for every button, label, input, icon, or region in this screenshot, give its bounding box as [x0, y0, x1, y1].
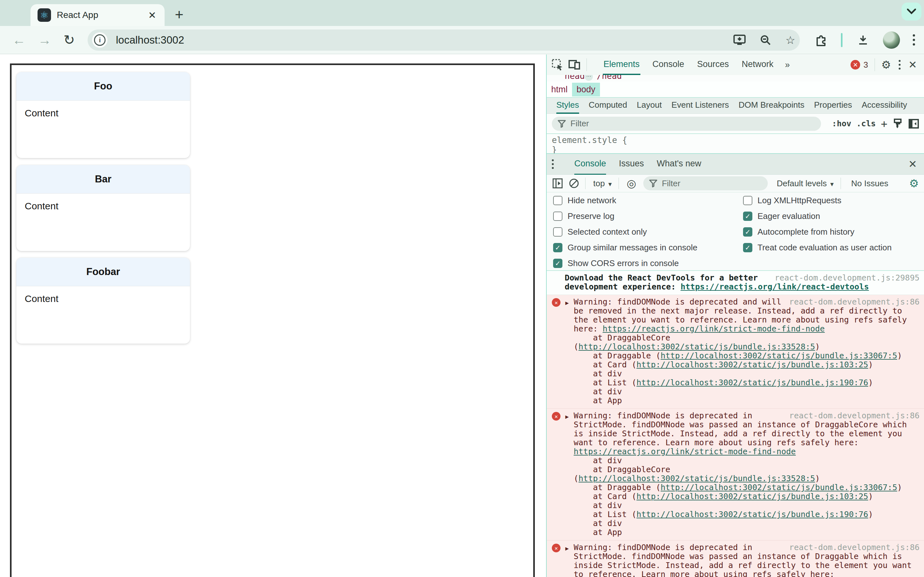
- more-tabs-icon[interactable]: »: [785, 60, 790, 70]
- extensions-icon[interactable]: [814, 34, 827, 46]
- stack-frame-link[interactable]: http://localhost:3002/static/js/bundle.j…: [636, 360, 868, 369]
- tab-elements[interactable]: Elements: [603, 55, 640, 75]
- downloads-icon[interactable]: [857, 34, 869, 46]
- stack-trace: at DraggableCore (http://localhost:3002/…: [573, 334, 919, 405]
- checkbox-checked[interactable]: ✓: [743, 227, 752, 237]
- checkbox-unchecked[interactable]: [743, 196, 752, 205]
- console-message[interactable]: react-dom.development.js:29895Download t…: [547, 271, 924, 295]
- checkbox-checked[interactable]: ✓: [743, 243, 752, 252]
- card-foo[interactable]: FooContent: [16, 72, 190, 158]
- message-source-link[interactable]: react-dom.development.js:86: [789, 543, 919, 552]
- console-sidebar-toggle-icon[interactable]: [552, 178, 563, 189]
- subtab-computed[interactable]: Computed: [589, 98, 627, 114]
- expand-caret-icon[interactable]: ▶: [565, 412, 569, 421]
- brush-icon[interactable]: [893, 119, 903, 129]
- stack-frame-link[interactable]: http://localhost:3002/static/js/bundle.j…: [578, 474, 815, 483]
- stack-frame-link[interactable]: http://localhost:3002/static/js/bundle.j…: [636, 510, 868, 519]
- message-source-link[interactable]: react-dom.development.js:86: [789, 298, 919, 306]
- message-link[interactable]: https://reactjs.org/link/strict-mode-fin…: [573, 447, 796, 456]
- browser-tab[interactable]: ⚛ React App ✕: [31, 4, 165, 26]
- live-expression-icon[interactable]: ◎: [627, 177, 636, 190]
- breadcrumb-body[interactable]: body: [572, 83, 600, 97]
- stack-frame: at App: [573, 396, 919, 405]
- subtab-accessibility[interactable]: Accessibility: [862, 98, 907, 114]
- error-icon: ✕: [552, 412, 561, 421]
- back-icon[interactable]: ←: [12, 32, 26, 48]
- dom-ellipsis[interactable]: ⋯: [585, 75, 593, 81]
- forward-icon[interactable]: →: [38, 32, 51, 48]
- expand-caret-icon[interactable]: ▶: [565, 298, 569, 308]
- new-style-rule-icon[interactable]: +: [881, 117, 887, 130]
- device-toolbar-icon[interactable]: [569, 59, 581, 70]
- subtab-styles[interactable]: Styles: [556, 98, 579, 114]
- profile-avatar[interactable]: [883, 31, 900, 49]
- devtools-settings-icon[interactable]: ⚙: [881, 58, 891, 71]
- drawer-menu-icon[interactable]: [552, 159, 554, 169]
- devtools-close-icon[interactable]: ✕: [908, 59, 917, 71]
- message-source-link[interactable]: react-dom.development.js:86: [789, 411, 919, 420]
- expand-caret-icon[interactable]: ▶: [565, 544, 569, 553]
- error-icon: ✕: [552, 544, 561, 552]
- browser-menu-icon[interactable]: [913, 34, 915, 45]
- checkbox-unchecked[interactable]: [553, 196, 562, 205]
- install-app-icon[interactable]: [733, 35, 746, 45]
- computed-sidebar-toggle-icon[interactable]: [909, 119, 919, 129]
- checkbox-unchecked[interactable]: [553, 211, 562, 221]
- stack-frame-link[interactable]: http://localhost:3002/static/js/bundle.j…: [661, 483, 897, 492]
- subtab-properties[interactable]: Properties: [814, 98, 852, 114]
- card-bar[interactable]: BarContent: [16, 165, 190, 251]
- reload-icon[interactable]: ↻: [63, 32, 75, 48]
- tab-close-icon[interactable]: ✕: [147, 10, 158, 21]
- tab-sources[interactable]: Sources: [696, 55, 730, 75]
- drawer-close-icon[interactable]: ✕: [908, 158, 917, 170]
- site-info-icon[interactable]: i: [92, 32, 107, 48]
- stack-frame-link[interactable]: http://localhost:3002/static/js/bundle.j…: [636, 378, 868, 387]
- inspect-element-icon[interactable]: [552, 59, 564, 71]
- stack-frame-link[interactable]: http://localhost:3002/static/js/bundle.j…: [636, 492, 868, 501]
- subtab-event-listeners[interactable]: Event Listeners: [672, 98, 729, 114]
- clear-console-icon[interactable]: [569, 178, 580, 189]
- console-filter-input[interactable]: Filter: [643, 176, 768, 190]
- stack-frame-link[interactable]: http://localhost:3002/static/js/bundle.j…: [578, 342, 815, 351]
- styles-filter-input[interactable]: Filter: [552, 117, 821, 131]
- card-foobar[interactable]: FoobarContent: [16, 258, 190, 343]
- message-source-link[interactable]: react-dom.development.js:29895: [774, 274, 919, 282]
- console-warning[interactable]: react-dom.development.js:86✕▶Warning: fi…: [547, 409, 924, 540]
- element-style-block[interactable]: element.style { }: [547, 134, 924, 153]
- devtools-menu-icon[interactable]: [899, 60, 901, 69]
- toggle-class-button[interactable]: .cls: [856, 119, 876, 128]
- checkbox-checked[interactable]: ✓: [743, 211, 752, 221]
- issues-status[interactable]: No Issues: [851, 179, 888, 189]
- subtab-layout[interactable]: Layout: [637, 98, 662, 114]
- zoom-out-icon[interactable]: [760, 34, 771, 46]
- console-warning[interactable]: react-dom.development.js:86✕▶Warning: fi…: [547, 295, 924, 409]
- element-breadcrumbs: htmlbody: [547, 82, 924, 98]
- breadcrumb-html[interactable]: html: [547, 83, 572, 97]
- subtab-dom-breakpoints[interactable]: DOM Breakpoints: [738, 98, 804, 114]
- message-link[interactable]: https://reactjs.org/link/react-devtools: [680, 282, 869, 292]
- checkbox-label: Show CORS errors in console: [567, 258, 679, 268]
- context-selector[interactable]: top ▼: [593, 179, 613, 189]
- new-tab-button[interactable]: +: [175, 7, 184, 22]
- url-text[interactable]: localhost:3002: [116, 34, 719, 46]
- address-bar[interactable]: i localhost:3002 ☆: [87, 29, 800, 51]
- console-warning[interactable]: react-dom.development.js:86✕▶Warning: fi…: [547, 540, 924, 577]
- message-link[interactable]: https://reactjs.org/link/strict-mode-fin…: [603, 324, 825, 334]
- tab-network[interactable]: Network: [741, 55, 774, 75]
- bookmark-star-icon[interactable]: ☆: [785, 34, 795, 47]
- console-setting: Selected context only: [553, 227, 647, 237]
- checkbox-unchecked[interactable]: [553, 227, 562, 237]
- drawer-tab-what-s-new[interactable]: What's new: [657, 153, 701, 175]
- drawer-tab-console[interactable]: Console: [574, 153, 606, 175]
- tab-search-button[interactable]: [901, 3, 921, 21]
- drawer-tab-issues[interactable]: Issues: [619, 153, 644, 175]
- toggle-hover-state-button[interactable]: :hov: [832, 119, 851, 128]
- stack-frame-link[interactable]: http://localhost:3002/static/js/bundle.j…: [661, 351, 897, 360]
- tab-console[interactable]: Console: [652, 55, 685, 75]
- log-levels-dropdown[interactable]: Default levels ▼: [777, 179, 835, 189]
- stack-frame: at List (http://localhost:3002/static/js…: [573, 510, 919, 519]
- checkbox-checked[interactable]: ✓: [553, 259, 562, 268]
- console-settings-icon[interactable]: ⚙: [909, 177, 919, 190]
- error-badge[interactable]: ✕ 3: [851, 60, 868, 70]
- checkbox-checked[interactable]: ✓: [553, 243, 562, 252]
